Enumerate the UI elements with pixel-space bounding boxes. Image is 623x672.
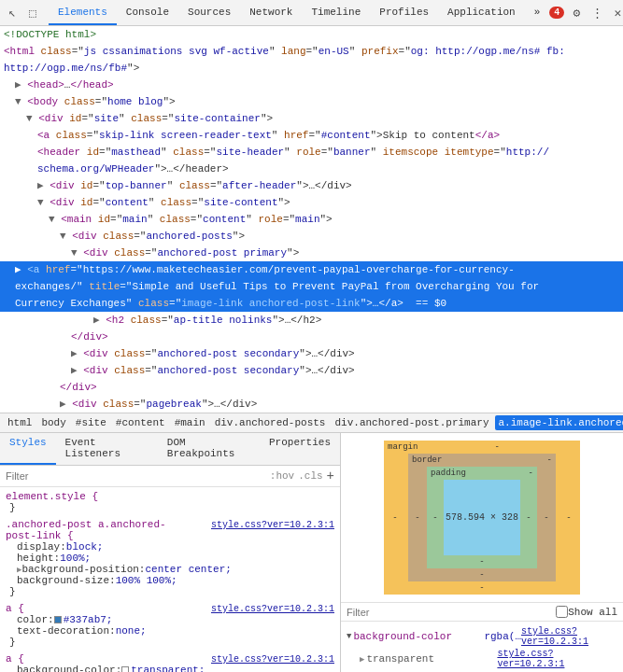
dom-line-close-div2[interactable]: </div> (0, 379, 623, 396)
add-style-rule-button[interactable]: + (327, 469, 334, 483)
device-icon[interactable]: ⬚ (24, 5, 41, 21)
css-source-2[interactable]: style.css?ver=10.2.3:1 (211, 604, 334, 614)
padding-top-value: - (529, 469, 533, 478)
tab-elements[interactable]: Elements (49, 0, 117, 25)
margin-label: margin (388, 442, 418, 452)
css-source-3[interactable]: style.css?ver=10.2.3:1 (211, 654, 334, 665)
breadcrumb-main[interactable]: #main (171, 415, 209, 430)
padding-bottom-value: - (427, 555, 537, 568)
filter-hint-hov[interactable]: :hov (270, 470, 294, 482)
tab-application[interactable]: Application (438, 0, 525, 25)
css-prop-height: height: 100%; (6, 553, 334, 564)
tab-console[interactable]: Console (117, 0, 178, 25)
breadcrumb-anchored-posts[interactable]: div.anchored-posts (211, 415, 330, 430)
tab-styles[interactable]: Styles (0, 433, 56, 465)
breadcrumb-bar: html body #site #content #main div.ancho… (0, 413, 623, 433)
settings-icon[interactable]: ⚙ (568, 5, 585, 21)
dom-line-top-banner[interactable]: ▶ <div id="top-banner" class="after-head… (0, 177, 623, 194)
css-prop-bg-position: ▶ background-position: center center; (6, 564, 334, 575)
expand-arrow-bg-color[interactable]: ▼ (347, 632, 351, 641)
css-source-1[interactable]: style.css?ver=10.2.3:1 (211, 520, 334, 530)
breadcrumb-site[interactable]: #site (72, 415, 110, 430)
padding-left-value: - (427, 480, 444, 555)
color-swatch-337ab7[interactable] (54, 616, 62, 623)
computed-filter-input[interactable] (347, 607, 552, 618)
filter-hint-cls[interactable]: .cls (298, 470, 322, 482)
border-label: border (412, 455, 442, 465)
breadcrumb-html[interactable]: html (4, 415, 35, 430)
css-selector-element-style: element.style { (6, 491, 98, 502)
computed-source-bg-color[interactable]: style.css?ver=10.2.3:1 (521, 626, 617, 647)
css-prop-display: display: block; (6, 541, 334, 553)
border-left-value: - (408, 467, 427, 568)
dom-line-anchor-selected[interactable]: ▶ <a href =" https://www.maketecheasier.… (0, 261, 623, 278)
toolbar-icons: ↖ ⬚ (4, 5, 41, 21)
computed-row-bg-color[interactable]: ▼ background-color rgba(… style.css?ver=… (347, 625, 617, 648)
styles-filter-input[interactable] (6, 470, 266, 482)
computed-source-transparent[interactable]: style.css?ver=10.2.3:1 (497, 649, 617, 669)
dom-line-head[interactable]: ▶ <head>…</head> (0, 77, 623, 93)
box-model-container: margin - - border - (341, 433, 623, 602)
dom-line-anchored-posts[interactable]: ▼ <div class="anchored-posts"> (0, 228, 623, 245)
dom-line-masthead[interactable]: <header id="masthead" class="site-header… (0, 144, 623, 161)
breadcrumb-body[interactable]: body (37, 415, 69, 430)
breadcrumb-content[interactable]: #content (112, 415, 169, 430)
bottom-panel: Styles Event Listeners DOM Breakpoints P… (0, 433, 623, 672)
border-right-value: - (537, 467, 556, 568)
dom-line-h2[interactable]: ▶ <h2 class="ap-title nolinks">…</h2> (0, 312, 623, 329)
css-selector-a-color: a { (6, 603, 24, 614)
dom-line-pagebreak[interactable]: ▶ <div class="pagebreak">…</div> (0, 396, 623, 413)
computed-row-transparent[interactable]: ▶ transparent style.css?ver=10.2.3:1 (347, 648, 617, 670)
margin-top-value: - (495, 442, 500, 452)
margin-right-value: - (558, 454, 580, 581)
tab-sources[interactable]: Sources (178, 0, 240, 25)
color-swatch-transparent[interactable] (121, 666, 129, 672)
dom-tree: <!DOCTYPE html> <html class="js cssanima… (0, 26, 623, 413)
dom-line-html[interactable]: <html class="js cssanimations svg wf-act… (0, 43, 623, 60)
tab-dom-breakpoints[interactable]: DOM Breakpoints (158, 433, 260, 465)
tab-timeline[interactable]: Timeline (302, 0, 370, 25)
border-top-value: - (547, 455, 552, 465)
dom-line-secondary1[interactable]: ▶ <div class="anchored-post secondary">…… (0, 345, 623, 362)
dom-line-secondary2[interactable]: ▶ <div class="anchored-post secondary">…… (0, 362, 623, 379)
box-model-visual: margin - - border - (384, 441, 580, 595)
dom-line-doctype[interactable]: <!DOCTYPE html> (0, 26, 623, 43)
content-layer: 578.594 × 328 (444, 480, 520, 555)
close-devtools-icon[interactable]: ✕ (609, 5, 623, 21)
dom-line-close-div1[interactable]: </div> (0, 329, 623, 345)
css-prop-text-decoration: text-decoration: none; (6, 625, 334, 637)
box-model-panel: margin - - border - (341, 433, 623, 672)
dom-line-main[interactable]: ▼ <main id="main" class="content" role="… (0, 211, 623, 228)
error-badge: 4 (549, 7, 564, 19)
tab-profiles[interactable]: Profiles (370, 0, 438, 25)
tab-more[interactable]: » (525, 0, 550, 25)
dom-line-body[interactable]: ▼ <body class="home blog"> (0, 93, 623, 110)
tab-network[interactable]: Network (240, 0, 302, 25)
css-selector-anchored-post-link: .anchored-post a.anchored- (6, 519, 166, 530)
border-bottom-value: - (408, 568, 556, 581)
dom-line-content[interactable]: ▼ <div id="content" class="site-content"… (0, 194, 623, 211)
dom-line-skip[interactable]: <a class="skip-link screen-reader-text" … (0, 127, 623, 144)
css-prop-bg-size: background-size: 100% 100%; (6, 575, 334, 586)
breadcrumb-anchored-post-primary[interactable]: div.anchored-post.primary (331, 415, 492, 430)
dom-line-site[interactable]: ▼ <div id="site" class="site-container"> (0, 110, 623, 127)
padding-label: padding (431, 469, 466, 478)
dom-line-html2[interactable]: http://ogp.me/ns/fb#"> (0, 60, 623, 77)
tab-event-listeners[interactable]: Event Listeners (56, 433, 158, 465)
dom-line-anchor-selected2[interactable]: exchanges/" title =" Simple and Useful T… (0, 278, 623, 295)
computed-properties: ▼ background-color rgba(… style.css?ver=… (341, 622, 623, 672)
tab-properties[interactable]: Properties (260, 433, 340, 465)
dom-line-masthead2[interactable]: schema.org/WPHeader">…</header> (0, 161, 623, 177)
computed-filter-bar: Show all (341, 602, 623, 622)
dom-line-anchored-post-primary[interactable]: ▼ <div class="anchored-post primary"> (0, 245, 623, 261)
tabs-row: Elements Console Sources Network Timelin… (49, 0, 549, 25)
margin-left-value: - (384, 454, 406, 581)
content-size: 578.594 × 328 (446, 512, 518, 523)
dom-line-anchor-selected3[interactable]: Currency Exchanges" class =" image-link … (0, 295, 623, 312)
margin-layer: margin - - border - (384, 441, 580, 595)
breadcrumb-anchor-link[interactable]: a.image-link.anchored-post-link (495, 415, 623, 430)
inspect-icon[interactable]: ↖ (4, 5, 21, 21)
show-all-checkbox[interactable] (556, 606, 568, 618)
padding-right-value: - (520, 480, 537, 555)
more-options-icon[interactable]: ⋮ (588, 5, 605, 21)
